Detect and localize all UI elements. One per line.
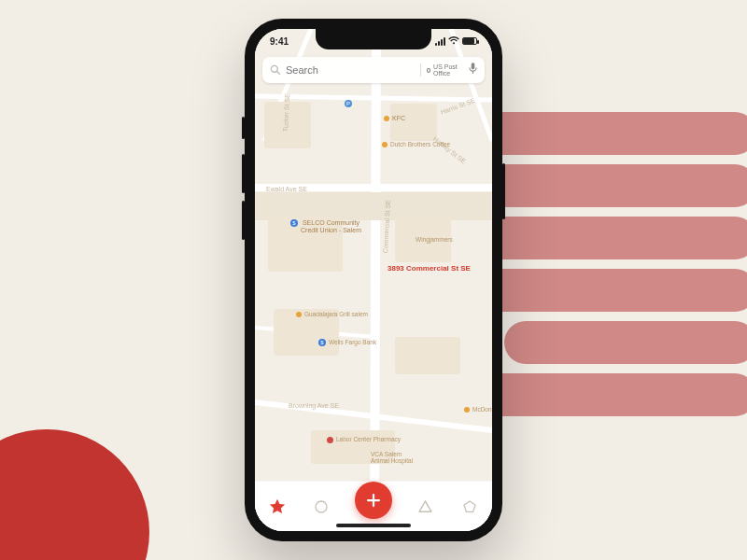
svg-rect-11 [472, 63, 475, 69]
svg-line-10 [277, 72, 280, 75]
home-indicator [336, 524, 411, 527]
tab-circle[interactable] [310, 496, 332, 518]
poi-mcdon[interactable]: McDon [464, 406, 492, 413]
status-time: 9:41 [270, 36, 289, 47]
status-indicators [435, 36, 477, 47]
map-canvas[interactable]: Ewald Ave SE Commercial St SE Tucker St … [255, 29, 492, 531]
notch [316, 29, 431, 49]
svg-point-13 [316, 501, 327, 512]
poi-wells[interactable]: Wells Fargo Bank [318, 339, 376, 346]
wifi-icon [448, 36, 459, 47]
tab-triangle[interactable] [415, 496, 437, 518]
tab-pentagon[interactable] [458, 496, 481, 518]
poi-guadalajara[interactable]: Guadalajara Grill salem [296, 311, 368, 317]
battery-icon [462, 37, 477, 45]
search-context-badge: US Post Office [420, 63, 463, 77]
poi-dutch[interactable]: Dutch Brothers Coffee [382, 141, 450, 147]
add-button[interactable] [355, 482, 392, 519]
poi-kfc[interactable]: KFC [384, 115, 405, 121]
tab-favorites[interactable] [266, 496, 289, 518]
decorative-circle [0, 429, 149, 560]
phone-frame: 9:41 [245, 19, 502, 541]
poi-parking [345, 100, 355, 107]
svg-rect-2 [390, 104, 437, 141]
poi-labor[interactable]: Labor Center Pharmacy [327, 436, 401, 443]
plus-icon [365, 492, 382, 509]
signal-icon [435, 37, 445, 46]
street-label: Browning Ave SE [289, 402, 339, 409]
search-input[interactable] [286, 64, 415, 76]
poi-selco[interactable]: SELCO CommunityCredit Union - Salem [290, 219, 361, 233]
location-dot-icon [427, 68, 430, 73]
pin-address-label: 3893 Commercial St SE [388, 264, 471, 273]
mic-icon[interactable] [469, 62, 477, 78]
poi-vca[interactable]: VCA SalemAnimal Hospital [371, 451, 413, 464]
street-label: Ewald Ave SE [266, 186, 307, 192]
search-bar[interactable]: US Post Office [262, 57, 485, 83]
search-icon [270, 62, 280, 78]
svg-rect-6 [395, 337, 460, 374]
screen: 9:41 [255, 29, 492, 531]
poi-wingjammers[interactable]: Wingjammers [416, 236, 453, 243]
